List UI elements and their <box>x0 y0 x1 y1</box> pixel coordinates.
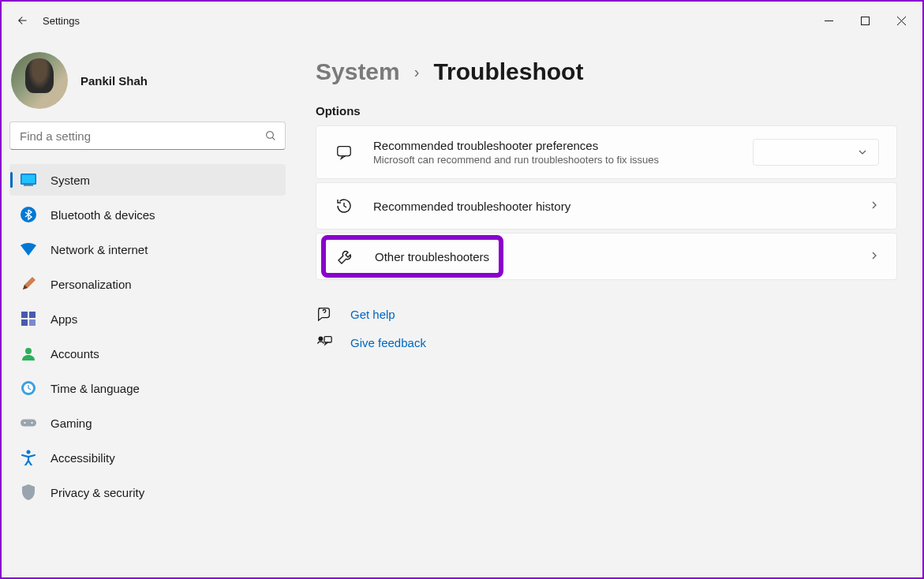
card-title: Other troubleshooters <box>375 250 489 263</box>
link-label: Get help <box>350 308 395 321</box>
svg-rect-0 <box>861 17 869 24</box>
svg-point-14 <box>24 422 25 424</box>
card-other-troubleshooters: Other troubleshooters <box>316 233 897 280</box>
card-title: Recommended troubleshooter preferences <box>373 139 734 152</box>
sidebar-item-label: Privacy & security <box>51 486 144 499</box>
system-icon <box>21 172 36 188</box>
sidebar-item-gaming[interactable]: Gaming <box>9 407 286 439</box>
search-icon <box>264 129 277 142</box>
breadcrumb-current: Troubleshoot <box>433 58 583 85</box>
arrow-left-icon <box>13 13 28 28</box>
recommended-prefs-dropdown[interactable] <box>753 139 879 166</box>
sidebar-item-system[interactable]: System <box>9 164 286 196</box>
svg-rect-17 <box>338 147 351 156</box>
user-block[interactable]: Pankil Shah <box>8 46 287 118</box>
card-row-history[interactable]: Recommended troubleshooter history <box>316 183 896 229</box>
sidebar-item-label: Gaming <box>51 417 92 430</box>
svg-point-18 <box>319 337 323 341</box>
personalization-icon <box>21 276 36 292</box>
sidebar-item-label: Bluetooth & devices <box>51 208 155 222</box>
breadcrumb: System › Troubleshoot <box>316 58 897 85</box>
sidebar-item-accessibility[interactable]: Accessibility <box>9 442 286 473</box>
maximize-button[interactable] <box>847 8 883 33</box>
card-history: Recommended troubleshooter history <box>316 182 897 230</box>
sidebar-nav: System Bluetooth & devices Network & int… <box>8 164 287 508</box>
sidebar-item-label: Apps <box>51 312 77 326</box>
sidebar-item-label: Accessibility <box>51 451 115 465</box>
back-button[interactable] <box>5 5 36 36</box>
minimize-button[interactable] <box>810 8 847 33</box>
app-title: Settings <box>43 15 80 27</box>
history-icon <box>334 196 354 216</box>
accessibility-icon <box>21 450 36 465</box>
svg-point-1 <box>267 132 274 139</box>
breadcrumb-parent[interactable]: System <box>316 58 400 85</box>
main-content: System › Troubleshoot Options Recommende… <box>294 39 922 577</box>
svg-rect-3 <box>22 175 36 184</box>
accounts-icon <box>21 346 36 361</box>
svg-rect-8 <box>21 319 28 326</box>
search-box[interactable] <box>9 121 286 150</box>
title-bar: Settings <box>2 2 922 39</box>
user-name: Pankil Shah <box>80 74 148 88</box>
section-label: Options <box>316 104 897 118</box>
chat-icon <box>334 142 354 162</box>
card-title: Recommended troubleshooter history <box>373 200 851 213</box>
sidebar-item-personalization[interactable]: Personalization <box>9 268 286 300</box>
sidebar-item-privacy[interactable]: Privacy & security <box>9 476 286 508</box>
gaming-icon <box>21 415 36 431</box>
chevron-down-icon <box>858 148 867 157</box>
feedback-icon <box>316 334 333 351</box>
chevron-right-icon <box>870 249 879 263</box>
wrench-icon <box>335 246 356 267</box>
sidebar: Pankil Shah System Bluetooth & devices N… <box>2 39 294 577</box>
svg-point-16 <box>27 450 31 454</box>
sidebar-item-label: Time & language <box>51 382 140 395</box>
chevron-right-icon <box>870 199 879 213</box>
sidebar-item-label: Personalization <box>51 278 132 291</box>
link-label: Give feedback <box>350 336 426 349</box>
close-button[interactable] <box>883 8 919 33</box>
svg-rect-6 <box>21 312 28 318</box>
sidebar-item-bluetooth[interactable]: Bluetooth & devices <box>9 199 286 230</box>
svg-rect-13 <box>21 419 36 426</box>
get-help-link[interactable]: Get help <box>316 305 897 323</box>
svg-rect-19 <box>324 337 331 342</box>
svg-point-15 <box>31 422 32 424</box>
search-input[interactable] <box>20 129 264 143</box>
sidebar-item-accounts[interactable]: Accounts <box>9 338 286 369</box>
sidebar-item-label: System <box>51 174 90 187</box>
sidebar-item-network[interactable]: Network & internet <box>9 233 286 265</box>
apps-icon <box>21 311 36 327</box>
sidebar-item-label: Network & internet <box>51 243 148 256</box>
privacy-icon <box>21 484 36 500</box>
chevron-right-icon: › <box>414 63 420 81</box>
svg-rect-7 <box>29 312 36 318</box>
give-feedback-link[interactable]: Give feedback <box>316 334 897 351</box>
card-recommended-prefs: Recommended troubleshooter preferences M… <box>316 125 897 179</box>
help-links: Get help Give feedback <box>316 305 897 351</box>
window-controls <box>810 8 919 33</box>
sidebar-item-label: Accounts <box>51 347 99 360</box>
time-icon <box>21 380 36 396</box>
help-icon <box>316 305 333 323</box>
svg-rect-9 <box>29 319 36 326</box>
sidebar-item-apps[interactable]: Apps <box>9 303 286 334</box>
card-row-recommended-prefs[interactable]: Recommended troubleshooter preferences M… <box>316 126 896 178</box>
bluetooth-icon <box>21 207 36 222</box>
card-subtitle: Microsoft can recommend and run troubles… <box>373 154 734 166</box>
avatar <box>11 52 68 109</box>
card-row-other-troubleshooters[interactable]: Other troubleshooters <box>316 233 896 279</box>
sidebar-item-time[interactable]: Time & language <box>9 372 286 404</box>
svg-point-10 <box>25 348 32 354</box>
svg-rect-4 <box>24 185 33 186</box>
network-icon <box>21 241 36 257</box>
